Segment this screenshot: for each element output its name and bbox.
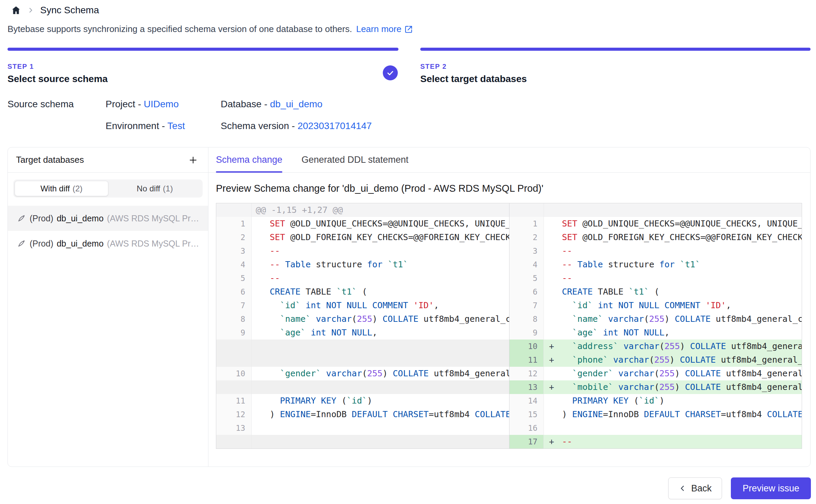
source-project: Project - UIDemo bbox=[106, 99, 179, 110]
diff-line-number bbox=[216, 353, 252, 367]
database-link[interactable]: db_ui_demo bbox=[270, 99, 323, 109]
diff-code-line: -- Table structure for `t1` bbox=[252, 258, 509, 271]
diff-line-number bbox=[216, 380, 252, 394]
diff-code-line: + `phone` varchar(255) COLLATE utf8mb4_g… bbox=[544, 353, 802, 367]
diff-code-line bbox=[544, 421, 802, 435]
diff-line-number: 10 bbox=[509, 340, 544, 353]
source-environment: Environment - Test bbox=[106, 121, 185, 131]
database-label: Database - bbox=[221, 99, 267, 109]
project-link[interactable]: UIDemo bbox=[144, 99, 179, 109]
preview-tabs: Schema change Generated DDL statement bbox=[208, 147, 810, 173]
diff-code-line bbox=[252, 421, 509, 435]
target-database-item[interactable]: (Prod)db_ui_demo(AWS RDS MySQL Prod) bbox=[8, 206, 208, 231]
environment-link[interactable]: Test bbox=[168, 121, 185, 131]
diff-code-line: CREATE TABLE `t1` ( bbox=[252, 285, 509, 299]
intro-text: Bytebase supports synchronizing a specif… bbox=[7, 24, 352, 34]
diff-line-number: 9 bbox=[509, 326, 544, 340]
diff-code-line: -- bbox=[544, 271, 802, 285]
diff-code-line: PRIMARY KEY (`id`) bbox=[544, 394, 802, 408]
preview-body: Preview Schema change for 'db_ui_demo (P… bbox=[208, 173, 810, 467]
diff-line-number: 2 bbox=[509, 231, 544, 244]
diff-code-line: -- Table structure for `t1` bbox=[544, 258, 802, 271]
schema-preview-panel: Schema change Generated DDL statement Pr… bbox=[208, 147, 810, 467]
tab-no-diff-count: (1) bbox=[163, 184, 173, 193]
source-database: Database - db_ui_demo bbox=[221, 99, 323, 110]
intro: Bytebase supports synchronizing a specif… bbox=[7, 24, 413, 34]
diff-line-number: 4 bbox=[509, 258, 544, 271]
diff-code-line: `name` varchar(255) COLLATE utf8mb4_gene… bbox=[252, 312, 509, 326]
diff-code-line: `name` varchar(255) COLLATE utf8mb4_gene… bbox=[544, 312, 802, 326]
target-env-label: (Prod) bbox=[30, 239, 53, 249]
target-db-name: db_ui_demo bbox=[57, 239, 104, 249]
tab-with-diff-label: With diff bbox=[41, 184, 70, 193]
diff-line-number: 7 bbox=[216, 299, 252, 312]
diff-code-line: + `mobile` varchar(255) COLLATE utf8mb4_… bbox=[544, 380, 802, 394]
diff-line-number bbox=[216, 435, 252, 448]
diff-line-number: 11 bbox=[509, 353, 544, 367]
diff-code-line: CREATE TABLE `t1` ( bbox=[544, 285, 802, 299]
breadcrumb: Sync Schema bbox=[11, 5, 99, 16]
tab-generated-ddl[interactable]: Generated DDL statement bbox=[301, 147, 408, 172]
tab-with-diff[interactable]: With diff (2) bbox=[15, 181, 108, 196]
diff-line-number: 15 bbox=[509, 408, 544, 421]
diff-line-number: 3 bbox=[509, 244, 544, 258]
diff-line-number: 17 bbox=[509, 435, 544, 448]
diff-line-number bbox=[216, 340, 252, 353]
main-panel: Target databases With diff (2) No diff (… bbox=[7, 147, 811, 467]
diff-code-line: SET @OLD_UNIQUE_CHECKS=@@UNIQUE_CHECKS, … bbox=[252, 217, 509, 231]
tab-schema-change-label: Schema change bbox=[216, 155, 282, 165]
diff-view[interactable]: @@ -1,15 +1,27 @@1SET @OLD_UNIQUE_CHECKS… bbox=[216, 203, 802, 449]
step1-complete-icon bbox=[383, 65, 398, 80]
diff-code-line: ) ENGINE=InnoDB DEFAULT CHARSET=utf8mb4 … bbox=[252, 408, 509, 421]
diff-code-line bbox=[252, 435, 509, 448]
diff-line-number: 7 bbox=[509, 299, 544, 312]
diff-code-line: `id` int NOT NULL COMMENT 'ID', bbox=[544, 299, 802, 312]
target-databases-title: Target databases bbox=[16, 155, 84, 165]
add-target-database-button[interactable] bbox=[186, 153, 200, 167]
learn-more-label: Learn more bbox=[356, 24, 402, 34]
diff-code-line: `age` int NOT NULL, bbox=[252, 326, 509, 340]
tab-schema-change[interactable]: Schema change bbox=[216, 147, 282, 172]
diff-code-line: + `address` varchar(255) COLLATE utf8mb4… bbox=[544, 340, 802, 353]
schema-version-link[interactable]: 20230317014147 bbox=[298, 121, 372, 131]
target-env-label: (Prod) bbox=[30, 214, 53, 223]
diff-line-number: 1 bbox=[216, 217, 252, 231]
home-icon[interactable] bbox=[11, 5, 21, 15]
back-button[interactable]: Back bbox=[668, 477, 722, 499]
external-link-icon bbox=[404, 25, 413, 34]
diff-line-number: 6 bbox=[509, 285, 544, 299]
diff-line-number: 13 bbox=[509, 380, 544, 394]
diff-line-number: 13 bbox=[216, 421, 252, 435]
learn-more-link[interactable]: Learn more bbox=[356, 24, 413, 34]
breadcrumb-chevron-icon bbox=[27, 7, 34, 14]
step1-label: STEP 1 bbox=[7, 63, 34, 70]
target-db-suffix: (AWS RDS MySQL Prod) bbox=[107, 214, 201, 223]
target-databases-panel: Target databases With diff (2) No diff (… bbox=[8, 147, 208, 467]
preview-title: Preview Schema change for 'db_ui_demo (P… bbox=[216, 183, 802, 194]
tab-generated-ddl-label: Generated DDL statement bbox=[301, 155, 408, 165]
tab-no-diff[interactable]: No diff (1) bbox=[108, 181, 201, 196]
diff-code-line: `age` int NOT NULL, bbox=[544, 326, 802, 340]
preview-issue-button[interactable]: Preview issue bbox=[731, 477, 811, 499]
diff-line-number: 10 bbox=[216, 367, 252, 380]
diff-line-number: 16 bbox=[509, 421, 544, 435]
diff-code-line: SET @OLD_FOREIGN_KEY_CHECKS=@@FOREIGN_KE… bbox=[252, 231, 509, 244]
diff-line-number: 1 bbox=[509, 217, 544, 231]
diff-code-line: `gender` varchar(255) COLLATE utf8mb4_ge… bbox=[544, 367, 802, 380]
step2-label: STEP 2 bbox=[420, 63, 447, 70]
diff-line-number: 5 bbox=[216, 271, 252, 285]
step2-title: Select target databases bbox=[420, 74, 527, 84]
target-database-item[interactable]: (Prod)db_ui_demo(AWS RDS MySQL Prod) bbox=[8, 231, 208, 256]
diff-line-number: 14 bbox=[509, 394, 544, 408]
diff-code-line: -- bbox=[252, 271, 509, 285]
target-db-name: db_ui_demo bbox=[57, 214, 104, 223]
project-label: Project - bbox=[106, 99, 141, 109]
diff-line-number: 8 bbox=[216, 312, 252, 326]
source-schema-version: Schema version - 20230317014147 bbox=[221, 121, 372, 131]
diff-code-line: PRIMARY KEY (`id`) bbox=[252, 394, 509, 408]
source-schema-label: Source schema bbox=[7, 99, 74, 110]
diff-code-line: SET @OLD_UNIQUE_CHECKS=@@UNIQUE_CHECKS, … bbox=[544, 217, 802, 231]
diff-code-line: -- bbox=[544, 244, 802, 258]
diff-line-number: 11 bbox=[216, 394, 252, 408]
source-schema-row-1: Source schema Project - UIDemo Database … bbox=[0, 99, 816, 112]
